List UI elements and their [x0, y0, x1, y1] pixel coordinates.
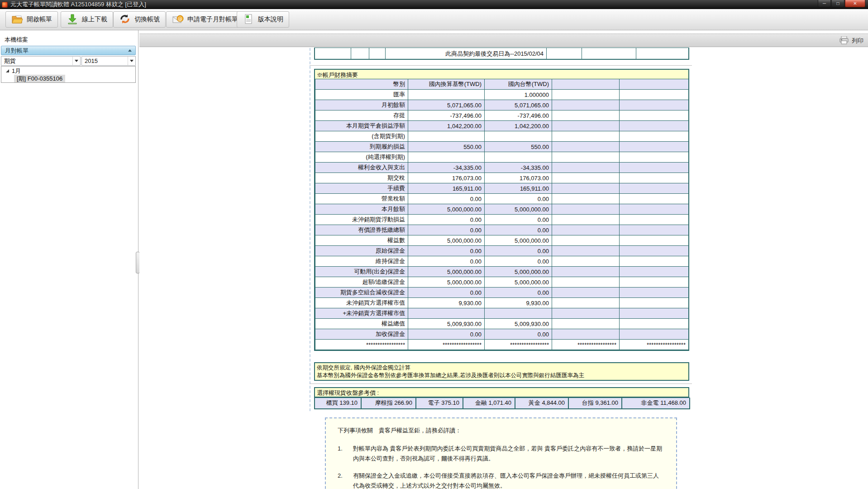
- open-statement-button[interactable]: 開啟帳單: [5, 11, 58, 28]
- summary-row-value: [552, 308, 620, 319]
- summary-row: 匯率1.000000: [315, 90, 689, 100]
- online-download-button[interactable]: 線上下載: [61, 11, 113, 28]
- summary-row-label: 加收保證金: [315, 329, 408, 340]
- title-bar: 元大電子帳單閱讀軟體 A125104859 林妏之 [已登入] ─ □ ✕: [0, 0, 868, 9]
- switch-account-button[interactable]: 切換帳號: [113, 11, 166, 28]
- asterisk-row: ****************************************…: [315, 340, 689, 350]
- summary-row-label: 未沖銷期貨浮動損益: [315, 215, 408, 225]
- summary-row: 本月餘額5,000,000.005,000,000.00: [315, 204, 689, 215]
- summary-row-value: [620, 173, 689, 183]
- apply-estatement-button[interactable]: @ 申請電子月對帳單: [166, 11, 244, 28]
- asterisk-cell: *****************: [620, 340, 689, 350]
- print-label: 列印: [852, 37, 863, 45]
- notice-item: 2.有關保證金之入金或追繳，本公司僅接受直接將款項存、匯入本公司客戶保證金專戶辦…: [338, 471, 664, 489]
- summary-row-value: [620, 277, 689, 288]
- notice-item-number: 2.: [338, 471, 353, 489]
- summary-row-value: 0.00: [485, 246, 552, 256]
- minimize-button[interactable]: ─: [818, 0, 831, 7]
- summary-row-value: [552, 319, 620, 329]
- summary-row-value: 1,042,200.00: [408, 121, 485, 131]
- options-reference-title: 選擇權現貨收盤參考價 :: [314, 387, 689, 398]
- product-type-select[interactable]: 期貨: [1, 56, 81, 66]
- summary-row-value: 5,000,000.00: [408, 277, 485, 288]
- summary-row-value: [485, 152, 552, 163]
- summary-row-value: 9,930.00: [485, 298, 552, 308]
- summary-note-line1: 依期交所規定, 國內外保證金獨立計算: [317, 364, 687, 372]
- close-button[interactable]: ✕: [845, 0, 865, 7]
- dropdown-arrow-icon: [128, 57, 135, 65]
- product-type-value: 期貨: [4, 57, 16, 65]
- customer-notice-box: 下列事項攸關 貴客戶權益至鉅，請務必詳讀： 1.對帳單內容為 貴客戶於表列期間內…: [325, 417, 677, 489]
- summary-row-value: [620, 288, 689, 298]
- summary-row-value: [620, 152, 689, 163]
- summary-row-value: 0.00: [408, 246, 485, 256]
- statement-tree: 1月 [期] F00-0355106: [1, 66, 136, 83]
- col-header-currency: 幣別: [315, 79, 408, 90]
- summary-row-value: [552, 267, 620, 277]
- col-header-base: 國內換算基幣(TWD): [408, 79, 485, 90]
- top-cell: [547, 48, 582, 59]
- summary-row-value: 0.00: [408, 225, 485, 235]
- option-price-cell: 台指 9,361.00: [568, 398, 622, 409]
- summary-row-value: [408, 152, 485, 163]
- summary-row-value: [552, 225, 620, 235]
- summary-row-value: [485, 131, 552, 142]
- summary-row-label: +未沖銷賣方選擇權市值: [315, 308, 408, 319]
- summary-header-row: 幣別 國內換算基幣(TWD) 國內台幣(TWD): [315, 79, 689, 90]
- top-cell: [315, 48, 351, 59]
- summary-row-value: [620, 308, 689, 319]
- summary-row-value: [620, 204, 689, 215]
- notice-item-text: 對帳單內容為 貴客戶於表列期間內委託本公司買賣期貨商品之全部，若與 貴客戶委託之…: [353, 444, 664, 464]
- summary-row-value: 0.00: [485, 215, 552, 225]
- asterisk-cell: *****************: [552, 340, 620, 350]
- summary-row-label: (純選擇權到期): [315, 152, 408, 163]
- summary-row-value: [408, 308, 485, 319]
- summary-row-value: 0.00: [485, 194, 552, 204]
- summary-row-value: [620, 131, 689, 142]
- summary-row-label: 未沖銷買方選擇權市值: [315, 298, 408, 308]
- open-statement-label: 開啟帳單: [27, 15, 52, 24]
- summary-title: ※帳戶財務摘要: [315, 70, 688, 79]
- tree-expander-icon[interactable]: [6, 69, 9, 72]
- tree-node-january[interactable]: 1月: [6, 67, 21, 75]
- summary-row-value: [620, 267, 689, 277]
- summary-row-value: [620, 256, 689, 267]
- summary-row-value: [620, 163, 689, 173]
- summary-row-value: [552, 131, 620, 142]
- version-info-button[interactable]: 版本說明: [237, 11, 289, 28]
- summary-row-value: 0.00: [408, 194, 485, 204]
- summary-note-line2: 基本幣別為國外保證金各幣別依參考匯率換算加總之結果,若涉及換匯者則以本公司實際與…: [317, 372, 687, 379]
- summary-row-value: 5,000,000.00: [408, 267, 485, 277]
- version-note-icon: [243, 13, 254, 26]
- summary-row-value: 5,000,000.00: [485, 204, 552, 215]
- summary-row-label: 本月餘額: [315, 204, 408, 215]
- summary-row-value: -737,496.00: [408, 110, 485, 121]
- summary-row: (含期貨到期): [315, 131, 689, 142]
- option-price-cell: 非金電 11,468.00: [622, 398, 690, 409]
- summary-row-value: 5,000,000.00: [408, 204, 485, 215]
- summary-row-label: 到期履約損益: [315, 142, 408, 152]
- monthly-statement-header[interactable]: 月對帳單: [1, 46, 136, 55]
- summary-row: 權益總值5,009,930.005,009,930.00: [315, 319, 689, 329]
- maximize-button[interactable]: □: [831, 0, 844, 7]
- options-price-row: 櫃買 139.10摩根指 266.90電子 375.10金融 1,071.40黃…: [315, 398, 690, 409]
- col-header-twd: 國內台幣(TWD): [485, 79, 552, 90]
- tree-item-statement-file[interactable]: [期] F00-0355106: [14, 75, 65, 82]
- summary-row-value: 5,000,000.00: [485, 235, 552, 246]
- summary-row: 權益數5,000,000.005,000,000.00: [315, 235, 689, 246]
- summary-row-value: [620, 246, 689, 256]
- print-button[interactable]: 列印: [839, 35, 863, 46]
- statement-viewer: 列印 此商品契約最後交易日為--2015/02/04 ※帳戶財務摘要 幣別 國內…: [139, 30, 868, 489]
- apply-estatement-label: 申請電子月對帳單: [187, 15, 238, 24]
- summary-row: 營業稅額0.000.00: [315, 194, 689, 204]
- year-select[interactable]: 2015: [81, 56, 136, 66]
- top-cell: [582, 48, 636, 59]
- summary-row-value: [485, 308, 552, 319]
- summary-row: (純選擇權到期): [315, 152, 689, 163]
- notice-items: 1.對帳單內容為 貴客戶於表列期間內委託本公司買賣期貨商品之全部，若與 貴客戶委…: [338, 444, 664, 489]
- asterisk-cell: *****************: [315, 340, 408, 350]
- last-trade-date-note: 此商品契約最後交易日為--2015/02/04: [386, 48, 547, 59]
- summary-row-value: [620, 110, 689, 121]
- summary-row-value: [552, 100, 620, 110]
- summary-row-value: [552, 121, 620, 131]
